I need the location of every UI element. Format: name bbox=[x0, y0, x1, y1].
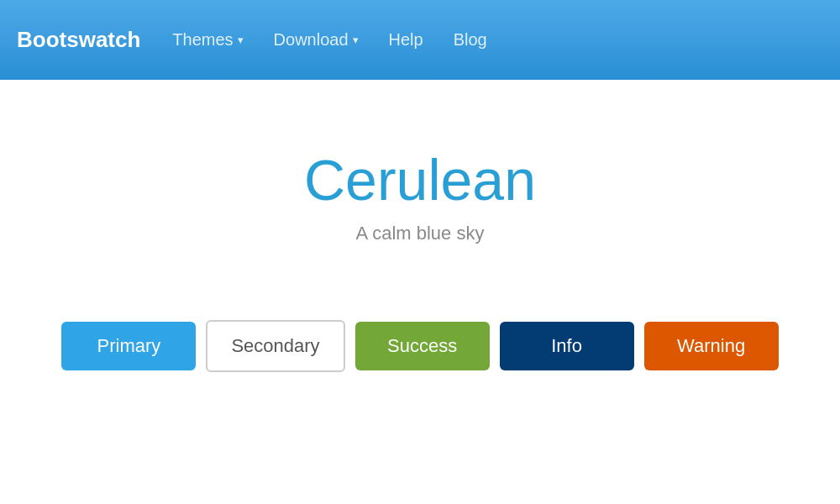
nav-item-help[interactable]: Help bbox=[374, 22, 438, 58]
success-button[interactable]: Success bbox=[355, 322, 490, 370]
nav-item-themes[interactable]: Themes ▾ bbox=[157, 22, 258, 58]
chevron-down-icon: ▾ bbox=[238, 34, 244, 46]
secondary-button[interactable]: Secondary bbox=[206, 320, 344, 372]
warning-button[interactable]: Warning bbox=[644, 322, 779, 370]
navbar: Bootswatch Themes ▾ Download ▾ Help Blog bbox=[0, 0, 840, 80]
nav-download-label: Download bbox=[274, 30, 349, 50]
nav-blog-label: Blog bbox=[454, 30, 487, 50]
page-title: Cerulean bbox=[304, 147, 536, 213]
hero-subtitle: A calm blue sky bbox=[356, 223, 485, 244]
primary-button[interactable]: Primary bbox=[61, 322, 196, 370]
nav-themes-label: Themes bbox=[172, 30, 233, 50]
nav-item-blog[interactable]: Blog bbox=[438, 22, 502, 58]
info-button[interactable]: Info bbox=[500, 322, 634, 370]
nav-item-download[interactable]: Download ▾ bbox=[259, 22, 374, 58]
chevron-down-icon: ▾ bbox=[353, 34, 359, 46]
buttons-row: Primary Secondary Success Info Warning bbox=[0, 320, 840, 372]
nav-help-label: Help bbox=[389, 30, 423, 50]
hero-section: Cerulean A calm blue sky bbox=[0, 80, 840, 278]
navbar-brand[interactable]: Bootswatch bbox=[17, 27, 140, 53]
